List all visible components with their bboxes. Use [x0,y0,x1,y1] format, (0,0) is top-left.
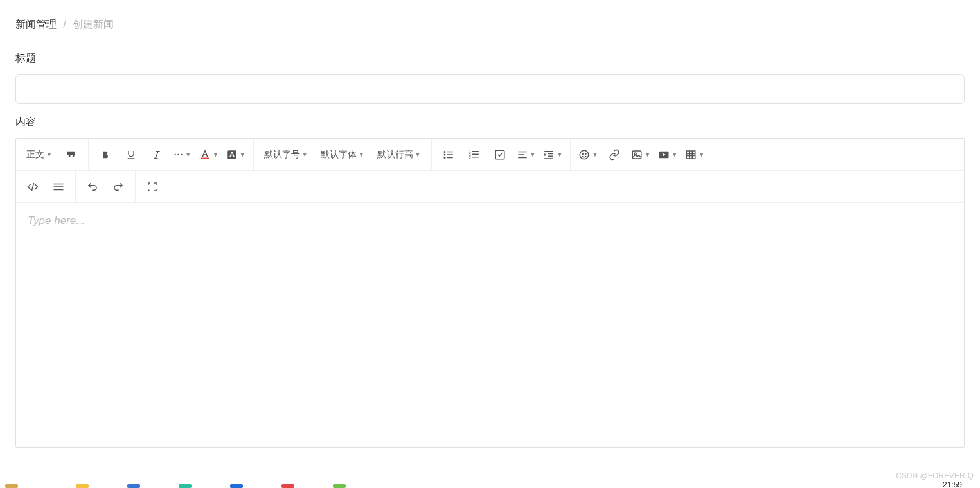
font-family-label: 默认字体 [321,149,357,161]
breadcrumb-separator: / [63,19,66,30]
italic-button[interactable] [144,142,170,168]
align-button[interactable]: ▼ [513,142,540,168]
svg-rect-0 [201,157,209,159]
divider-icon [53,181,64,193]
video-button[interactable]: ▼ [654,142,681,168]
svg-rect-20 [548,155,553,157]
svg-rect-7 [447,157,452,158]
unordered-list-button[interactable] [436,142,461,168]
svg-rect-11 [472,151,479,152]
line-height-select[interactable]: 默认行高▼ [371,142,427,168]
svg-rect-30 [54,186,57,187]
redo-icon [112,181,124,193]
more-format-button[interactable]: ···▼ [170,142,195,168]
svg-point-3 [443,153,445,155]
breadcrumb-current: 创建新闻 [73,19,114,30]
bg-color-icon [226,149,238,161]
svg-rect-18 [545,151,554,152]
svg-rect-28 [686,151,695,159]
fullscreen-icon [147,181,158,193]
svg-rect-19 [548,153,553,154]
svg-point-2 [443,151,445,153]
editor-content-area[interactable]: Type here... [16,203,964,447]
svg-rect-32 [60,186,64,187]
code-button[interactable] [20,174,46,200]
font-color-button[interactable]: ▼ [195,142,222,168]
undo-icon [87,181,98,193]
quote-icon [66,149,77,161]
bold-icon [100,150,111,160]
svg-text:3: 3 [468,155,470,159]
ordered-list-button[interactable]: 123 [461,142,487,168]
breadcrumb: 新闻管理 / 创建新闻 [15,0,965,40]
svg-rect-33 [54,189,64,190]
svg-rect-21 [545,158,554,159]
svg-point-23 [582,153,584,154]
blockquote-button[interactable] [58,142,84,168]
emoji-button[interactable]: ▼ [575,142,601,168]
unordered-list-icon [443,149,454,161]
redo-button[interactable] [105,174,131,200]
bold-button[interactable] [93,142,118,168]
svg-rect-25 [633,151,642,159]
font-size-label: 默认字号 [264,149,300,161]
breadcrumb-root[interactable]: 新闻管理 [15,19,57,30]
svg-point-24 [585,153,587,154]
ordered-list-icon: 123 [468,149,480,161]
editor-toolbar: 正文▼ ··· [16,139,964,203]
indent-icon [543,149,555,161]
title-input[interactable] [15,74,965,104]
video-icon [658,149,670,161]
underline-button[interactable] [118,142,144,168]
svg-point-22 [580,150,589,159]
todo-button[interactable] [487,142,513,168]
svg-rect-16 [518,154,524,155]
fullscreen-button[interactable] [139,174,165,200]
undo-button[interactable] [80,174,105,200]
font-family-select[interactable]: 默认字体▼ [314,142,371,168]
content-label: 内容 [15,116,965,129]
heading-select[interactable]: 正文▼ [20,142,58,168]
link-button[interactable] [601,142,627,168]
emoji-icon [578,149,590,161]
svg-point-4 [443,157,445,159]
bg-color-button[interactable]: ▼ [222,142,249,168]
svg-rect-14 [495,150,504,159]
font-size-select[interactable]: 默认字号▼ [258,142,314,168]
svg-rect-6 [447,154,452,155]
svg-rect-15 [518,151,527,152]
editor-placeholder: Type here... [28,214,85,227]
more-glyph: ··· [174,150,184,160]
svg-rect-29 [54,183,64,184]
align-icon [517,149,528,161]
svg-rect-5 [447,151,452,152]
link-icon [609,149,620,161]
table-button[interactable]: ▼ [681,142,708,168]
font-color-icon [199,149,211,161]
image-icon [631,149,643,161]
image-button[interactable]: ▼ [627,142,654,168]
code-icon [27,181,39,193]
divider-button[interactable] [46,174,71,200]
svg-rect-17 [518,157,527,158]
rich-text-editor: 正文▼ ··· [15,138,965,448]
italic-icon [152,150,162,160]
heading-label: 正文 [26,149,44,161]
svg-rect-12 [472,153,479,155]
todo-icon [494,149,506,161]
table-icon [685,149,697,161]
line-height-label: 默认行高 [377,149,413,161]
indent-button[interactable]: ▼ [539,142,566,168]
underline-icon [126,150,136,160]
title-label: 标题 [15,52,965,65]
svg-rect-31 [57,186,60,187]
svg-rect-13 [472,157,479,158]
